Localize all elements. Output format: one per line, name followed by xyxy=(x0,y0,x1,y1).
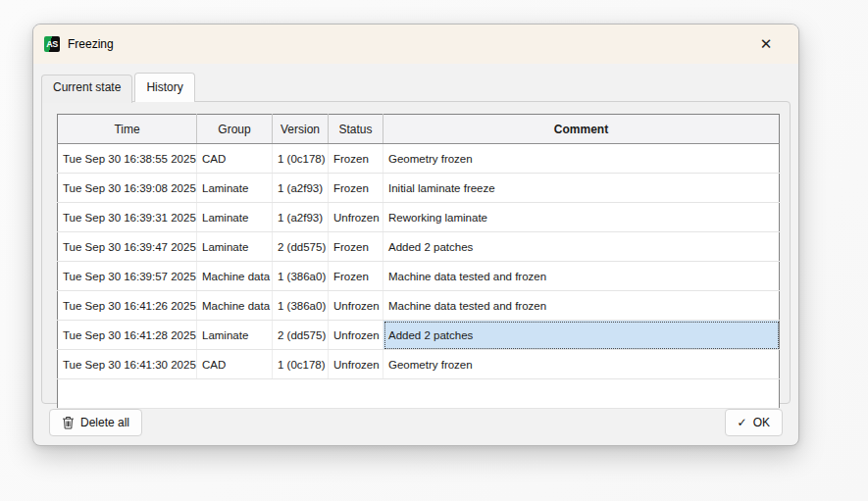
table-row[interactable]: Tue Sep 30 16:41:26 2025Machine data1 (3… xyxy=(58,291,780,321)
table-cell[interactable]: 2 (dd575) xyxy=(273,321,329,350)
table-cell[interactable]: 1 (a2f93) xyxy=(273,174,329,203)
table-cell[interactable]: Geometry frozen xyxy=(383,144,780,174)
table-row[interactable]: Tue Sep 30 16:41:28 2025Laminate2 (dd575… xyxy=(58,321,780,350)
table-cell[interactable]: Unfrozen xyxy=(329,291,383,321)
table-row[interactable]: Tue Sep 30 16:39:47 2025Laminate2 (dd575… xyxy=(58,232,780,262)
table-cell[interactable]: Tue Sep 30 16:41:26 2025 xyxy=(58,291,197,321)
table-cell[interactable]: Unfrozen xyxy=(329,321,383,350)
table-cell[interactable]: Frozen xyxy=(329,232,383,262)
table-cell[interactable]: Tue Sep 30 16:38:55 2025 xyxy=(58,144,197,174)
table-cell[interactable]: Frozen xyxy=(329,262,383,291)
history-table: TimeGroupVersionStatusComment Tue Sep 30… xyxy=(57,114,780,409)
table-row[interactable]: Tue Sep 30 16:41:30 2025CAD1 (0c178)Unfr… xyxy=(58,350,780,379)
table-body: Tue Sep 30 16:38:55 2025CAD1 (0c178)Froz… xyxy=(58,144,780,409)
column-header-version[interactable]: Version xyxy=(273,115,329,144)
dialog-content: Current state History TimeGroupVersionSt… xyxy=(33,64,798,445)
tab-current-state[interactable]: Current state xyxy=(41,75,132,103)
button-row: Delete all ✓ OK xyxy=(41,404,791,445)
column-header-status[interactable]: Status xyxy=(329,115,383,144)
table-cell[interactable]: Laminate xyxy=(197,321,273,350)
freezing-dialog: AS Freezing ✕ Current state History Time… xyxy=(32,24,799,446)
table-cell[interactable]: Frozen xyxy=(329,174,383,203)
table-cell[interactable]: Tue Sep 30 16:39:47 2025 xyxy=(58,232,197,262)
table-cell[interactable]: Laminate xyxy=(197,174,273,203)
table-cell[interactable]: 1 (0c178) xyxy=(273,350,329,379)
table-cell[interactable]: Initial laminate freeze xyxy=(383,174,780,203)
delete-all-button[interactable]: Delete all xyxy=(49,409,142,436)
table-cell[interactable]: 1 (0c178) xyxy=(273,144,329,174)
table-cell[interactable]: Machine data tested and frozen xyxy=(383,262,780,291)
ok-button[interactable]: ✓ OK xyxy=(725,409,783,436)
table-cell[interactable]: Tue Sep 30 16:41:30 2025 xyxy=(58,350,197,379)
table-cell[interactable]: Unfrozen xyxy=(329,203,383,232)
table-row[interactable]: Tue Sep 30 16:38:55 2025CAD1 (0c178)Froz… xyxy=(58,144,780,174)
close-icon[interactable]: ✕ xyxy=(751,29,781,59)
table-cell[interactable]: CAD xyxy=(197,350,273,379)
table-cell[interactable]: 1 (386a0) xyxy=(273,262,329,291)
table-cell[interactable]: 1 (386a0) xyxy=(273,291,329,321)
table-row[interactable]: Tue Sep 30 16:39:08 2025Laminate1 (a2f93… xyxy=(58,174,780,203)
trash-icon xyxy=(62,416,75,429)
table-cell[interactable]: Frozen xyxy=(329,144,383,174)
app-icon: AS xyxy=(44,36,60,52)
table-cell[interactable]: Machine data xyxy=(197,262,273,291)
history-tab-panel: TimeGroupVersionStatusComment Tue Sep 30… xyxy=(41,101,791,404)
table-cell[interactable]: Tue Sep 30 16:39:31 2025 xyxy=(58,203,197,232)
table-cell[interactable]: Added 2 patches xyxy=(383,321,780,350)
table-header-row: TimeGroupVersionStatusComment xyxy=(58,115,780,144)
table-empty-area xyxy=(58,379,780,409)
column-header-group[interactable]: Group xyxy=(197,115,273,144)
table-row[interactable]: Tue Sep 30 16:39:31 2025Laminate1 (a2f93… xyxy=(58,203,780,232)
table-cell[interactable]: Tue Sep 30 16:39:08 2025 xyxy=(58,174,197,203)
column-header-comment[interactable]: Comment xyxy=(383,115,780,144)
table-cell[interactable]: Geometry frozen xyxy=(383,350,780,379)
delete-all-label: Delete all xyxy=(80,416,129,429)
table-cell[interactable]: 1 (a2f93) xyxy=(273,203,329,232)
table-cell[interactable]: Tue Sep 30 16:41:28 2025 xyxy=(58,321,197,350)
tab-bar: Current state History xyxy=(41,73,791,101)
table-cell[interactable]: Tue Sep 30 16:39:57 2025 xyxy=(58,262,197,291)
table-cell[interactable]: 2 (dd575) xyxy=(273,232,329,262)
table-cell[interactable]: Machine data tested and frozen xyxy=(383,291,780,321)
table-cell[interactable]: CAD xyxy=(197,144,273,174)
tab-history[interactable]: History xyxy=(134,73,194,102)
table-row[interactable]: Tue Sep 30 16:39:57 2025Machine data1 (3… xyxy=(58,262,780,291)
window-title: Freezing xyxy=(68,37,751,51)
table-cell[interactable]: Laminate xyxy=(197,232,273,262)
table-cell[interactable]: Added 2 patches xyxy=(383,232,780,262)
check-icon: ✓ xyxy=(738,417,747,428)
table-cell[interactable]: Laminate xyxy=(197,203,273,232)
table-cell[interactable]: Unfrozen xyxy=(329,350,383,379)
table-cell[interactable]: Reworking laminate xyxy=(383,203,780,232)
table-cell[interactable]: Machine data xyxy=(197,291,273,321)
column-header-time[interactable]: Time xyxy=(58,115,197,144)
title-bar: AS Freezing ✕ xyxy=(33,25,798,64)
ok-label: OK xyxy=(753,416,770,429)
